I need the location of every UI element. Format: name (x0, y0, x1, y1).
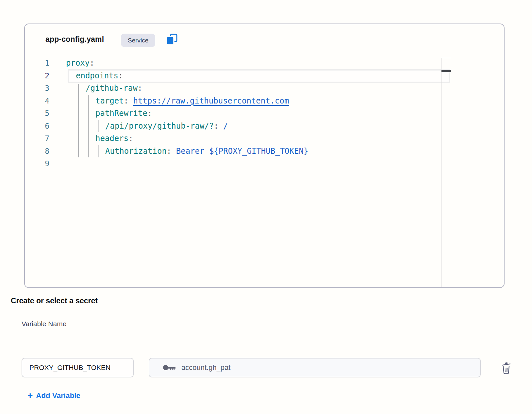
code-line: 2endpoints: (25, 70, 504, 82)
code-token: : (167, 147, 176, 156)
code-token: : (90, 58, 94, 68)
code-token: : (214, 121, 223, 131)
line-number: 5 (25, 107, 49, 120)
code-token: target (95, 96, 124, 105)
variable-name-label: Variable Name (22, 320, 66, 328)
code-token: : (138, 84, 142, 93)
code-line: 5pathRewrite: (25, 107, 504, 120)
scrollbar-thumb[interactable] (441, 70, 451, 72)
code-text: target: https://raw.githubusercontent.co… (95, 95, 289, 107)
code-line: 3/github-raw: (25, 82, 504, 95)
code-line: 4target: https://raw.githubusercontent.c… (25, 95, 504, 107)
line-number: 9 (25, 157, 49, 170)
code-link[interactable]: https://raw.githubusercontent.com (133, 96, 289, 105)
line-number: 7 (25, 132, 49, 145)
code-line: 9 (25, 157, 504, 170)
code-token: proxy (66, 58, 90, 68)
code-token: : (124, 96, 133, 105)
line-number: 3 (25, 82, 49, 95)
line-number: 6 (25, 120, 49, 133)
page: app-config.yaml Service 1proxy:2endpoint… (0, 0, 532, 414)
code-token: Authorization (105, 147, 167, 156)
trash-icon (501, 361, 511, 375)
code-token: Bearer ${PROXY_GITHUB_TOKEN} (176, 147, 308, 156)
selected-secret-label: account.gh_pat (181, 363, 230, 372)
code-line: 7headers: (25, 132, 504, 145)
scrollbar-track[interactable] (441, 58, 451, 287)
line-number: 8 (25, 145, 49, 158)
key-icon (163, 363, 176, 372)
variable-name-input[interactable] (22, 358, 134, 377)
code-line: 6/api/proxy/github-raw/?: / (25, 120, 504, 133)
delete-variable-button[interactable] (499, 360, 513, 376)
code-line: 1proxy: (25, 57, 504, 70)
editor-card: app-config.yaml Service 1proxy:2endpoint… (24, 24, 505, 288)
line-number: 2 (25, 70, 49, 82)
secret-select[interactable]: account.gh_pat (149, 358, 481, 377)
line-number: 1 (25, 57, 49, 70)
code-text: endpoints: (76, 70, 123, 82)
add-variable-label: Add Variable (36, 391, 80, 400)
code-line: 8Authorization: Bearer ${PROXY_GITHUB_TO… (25, 145, 504, 158)
code-text: /github-raw: (86, 82, 142, 95)
code-text: proxy: (66, 57, 94, 70)
code-token: endpoints (76, 71, 118, 80)
code-token: /github-raw (86, 84, 138, 93)
code-token: : (128, 134, 133, 143)
code-text: /api/proxy/github-raw/?: / (105, 120, 228, 133)
code-token: / (223, 121, 228, 131)
code-token: : (118, 71, 123, 80)
plus-icon: + (27, 391, 33, 400)
code-token: /api/proxy/github-raw/? (105, 121, 214, 131)
add-variable-button[interactable]: + Add Variable (27, 390, 80, 401)
code-token: pathRewrite (95, 109, 147, 118)
code-token: : (147, 109, 152, 118)
code-token: headers (95, 134, 128, 143)
code-text: Authorization: Bearer ${PROXY_GITHUB_TOK… (105, 145, 308, 158)
secret-section-heading: Create or select a secret (11, 296, 98, 305)
code-text: pathRewrite: (95, 107, 152, 120)
code-text: headers: (95, 132, 133, 145)
code-editor[interactable]: 1proxy:2endpoints:3/github-raw:4target: … (25, 24, 504, 287)
line-number: 4 (25, 95, 49, 107)
